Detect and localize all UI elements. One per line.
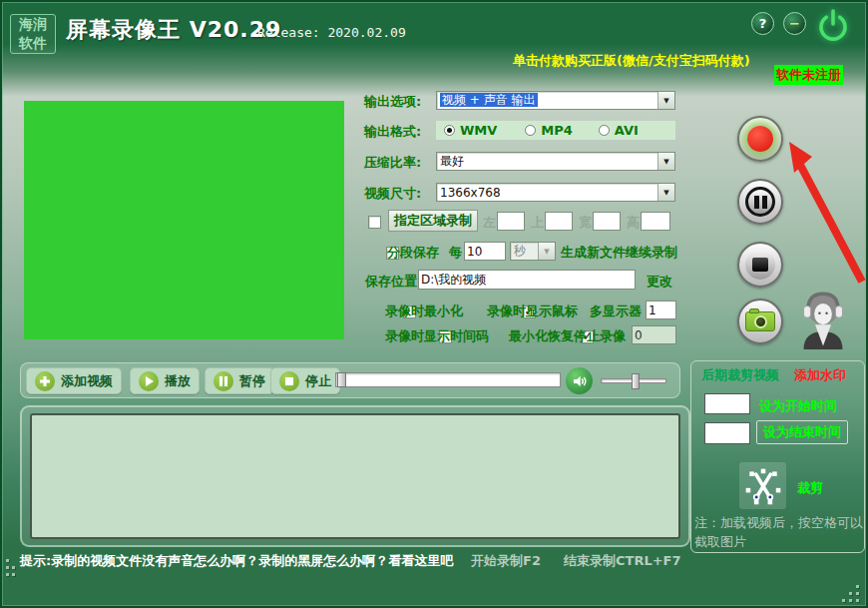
crop-video-button[interactable] [739,462,786,509]
video-size-select[interactable]: 1366x768 [436,183,675,202]
volume-slider-handle[interactable] [632,373,640,389]
restore-stop-label: 最小化恢复停止录像 [509,327,626,345]
progress-slider[interactable] [335,372,561,387]
stop-record-icon [745,250,775,280]
radio-avi[interactable] [599,125,610,136]
start-record-shortcut: 开始录制F2 [471,552,541,570]
save-location-label: 保存位置 [365,273,417,291]
screenshot-button[interactable] [737,299,783,344]
checkbox-region-record[interactable] [368,216,381,229]
segment-unit-value: 秒 [511,243,538,260]
volume-slider[interactable] [601,378,666,383]
region-height-label: 高 [627,214,640,232]
video-size-label: 视频尺寸: [364,185,421,203]
multi-monitor-input[interactable] [646,301,676,319]
region-height-input[interactable] [641,212,670,231]
clip-note-line2: 截取图片 [694,533,746,551]
dropdown-arrow-icon[interactable] [657,184,674,201]
segment-suffix-label: 生成新文件继续录制 [561,244,677,262]
region-width-input[interactable] [593,212,621,231]
dropdown-arrow-icon[interactable] [657,92,674,109]
help-button[interactable]: ? [751,12,774,35]
pause-record-button[interactable] [737,179,783,225]
minimize-icon: − [789,16,800,31]
radio-avi-label: AVI [615,123,639,138]
release-date: Release: 2020.02.09 [257,25,406,40]
output-option-value: 视频 + 声音 输出 [440,93,538,107]
scissors-icon [742,465,784,507]
power-button[interactable] [814,6,852,44]
clip-panel-title: 后期裁剪视频 [701,366,779,384]
output-option-select[interactable]: 视频 + 声音 输出 [436,91,675,110]
minimize-button[interactable]: − [783,12,806,35]
radio-mp4-label: MP4 [541,123,573,138]
end-record-shortcut: 结束录制CTRL+F7 [564,552,681,570]
question-icon: ? [759,16,767,31]
progress-slider-handle[interactable] [337,372,346,387]
radio-wmv-label: WMV [460,123,497,138]
region-left-label: 左 [483,214,496,232]
support-person-icon [795,288,851,349]
record-button[interactable] [737,116,783,162]
end-time-input[interactable] [704,422,750,444]
stop-button[interactable]: 停止 [270,367,340,394]
radio-mp4[interactable] [525,125,536,136]
power-icon [814,6,852,44]
add-video-label: 添加视频 [61,372,113,390]
status-tip: 提示:录制的视频文件没有声音怎么办啊？录制的黑屏怎么办啊？看看这里吧 [20,552,453,570]
app-window: 海润 软件 屏幕录像王 V20.29 Release: 2020.02.09 ?… [0,0,868,608]
segment-interval-input[interactable] [464,242,506,261]
set-start-time-button[interactable]: 设为开始时间 [759,397,837,415]
region-top-input[interactable] [545,212,573,231]
stop-label: 停止 [305,372,331,390]
pause-icon [214,371,233,391]
restore-stop-input[interactable] [632,325,676,344]
stop-record-button[interactable] [737,242,783,288]
output-format-group: WMV MP4 AVI [436,121,675,140]
video-size-value: 1366x768 [437,186,657,200]
stop-icon [279,371,299,391]
customer-support-avatar[interactable] [795,288,851,349]
change-location-link[interactable]: 更改 [647,273,672,291]
pause-button[interactable]: 暂停 [205,367,274,394]
region-top-label: 上 [531,214,544,232]
output-option-label: 输出选项: [364,93,421,111]
crop-button-label: 裁剪 [797,479,823,497]
region-left-input[interactable] [497,212,525,231]
play-icon [139,371,159,391]
preview-area [24,101,344,339]
segment-every-label: 每 [449,244,462,262]
speaker-button[interactable] [566,367,593,394]
set-end-time-button[interactable]: 设为结束时间 [756,420,848,444]
video-list[interactable] [30,413,680,539]
start-time-input[interactable] [704,393,750,414]
logo-line1: 海润 [11,15,55,34]
show-cursor-label: 录像时显示鼠标 [487,303,578,320]
save-location-input[interactable] [418,270,636,290]
play-label: 播放 [165,372,191,390]
play-button[interactable]: 播放 [130,367,200,394]
compression-select[interactable]: 最好 [436,152,675,171]
segment-unit-select[interactable]: 秒 [510,242,556,261]
dropdown-arrow-icon[interactable] [538,243,555,260]
region-width-label: 宽 [579,214,592,232]
speaker-icon [572,373,588,389]
compression-value: 最好 [437,153,657,170]
pause-label: 暂停 [239,372,265,390]
add-watermark-link[interactable]: 添加水印 [794,366,846,384]
plus-icon [35,371,55,391]
record-icon [747,126,773,152]
logo-line2: 软件 [11,34,55,53]
pause-record-icon [745,187,775,217]
clip-note-line1: 注：加载视频后，按空格可以 [694,514,863,532]
unregistered-badge[interactable]: 软件未注册 [774,65,843,85]
timecode-label: 录像时显示时间码 [385,327,489,345]
segment-save-label: 分段保存 [387,244,439,262]
camera-icon [745,311,775,331]
dropdown-arrow-icon[interactable] [657,153,674,170]
add-video-button[interactable]: 添加视频 [26,367,122,394]
minimize-on-record-label: 录像时最小化 [385,303,463,320]
buy-license-link[interactable]: 单击付款购买正版(微信/支付宝扫码付款) [513,52,750,70]
region-record-button[interactable]: 指定区域录制 [388,210,478,232]
radio-wmv[interactable] [444,125,455,136]
